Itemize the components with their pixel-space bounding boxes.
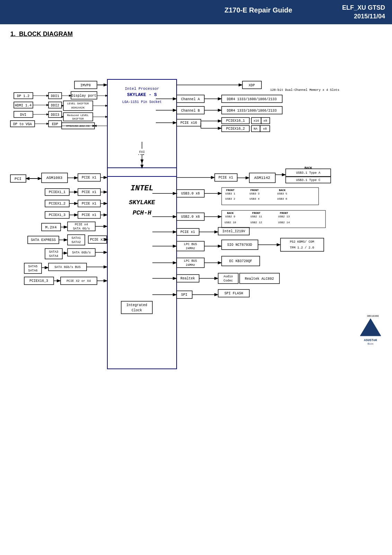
channel-b-label: Channel B <box>181 109 200 113</box>
svg-rect-52 <box>107 168 177 369</box>
xdp-label: XDP <box>249 84 255 87</box>
header-line1: ELF_XU GTSD <box>342 3 385 12</box>
x8-1-label: x8 <box>264 119 267 123</box>
pcie-x1-asm-label: PCIE x1 <box>82 176 96 180</box>
svg-rect-105 <box>222 188 319 205</box>
sata2-label: SATA2 <box>71 241 81 244</box>
pch-h-label: PCH-H <box>133 209 151 216</box>
na-label: NA <box>254 127 258 131</box>
integrated-clock-label2: Clock <box>132 309 142 312</box>
dpvga-label: DP to VGA <box>13 122 32 126</box>
lpc-24mhz-1: 24MHz <box>186 247 195 250</box>
dp12-label: DP 1.2 <box>17 94 29 98</box>
usb210-conn: USB2 10 <box>224 221 236 224</box>
ddr4-slots-label: 128-bit Dual-Channel Memory x 4 Slots <box>270 88 339 92</box>
pcie-x2-label: PCIE x2 <box>90 238 105 242</box>
back-usb29-label: BACK <box>227 211 233 215</box>
usb34-conn: USB3 4 <box>250 197 260 200</box>
shifter-label: SHIFTER <box>72 117 84 120</box>
usb35-conn: USB3 5 <box>277 192 287 195</box>
asus-logo: ASUSTeK <box>364 339 377 342</box>
processor-label: Intel Processor <box>125 87 159 91</box>
sata-6gbs-label: SATA 6Gb/s <box>72 251 91 254</box>
m2x4-label: M.2X4 <box>45 225 56 229</box>
usb20-x6-label: USB2.0 x6 <box>181 215 200 219</box>
svg-marker-134 <box>360 319 381 336</box>
spi-label: SPI <box>181 293 187 297</box>
lpc-bus-2-label: LPC BUS <box>184 259 197 263</box>
realtek-alc-label: Realtek ALC892 <box>245 277 274 281</box>
skylake-label: SKYLAKE - S <box>127 92 157 97</box>
spi-flash-label: SPI FLASH <box>224 292 243 295</box>
pcie-x4-label: PCIE x4 <box>75 223 88 226</box>
page: Z170-E Repair Guide ELF_XU GTSD 2015/11/… <box>0 0 392 555</box>
pciex1-3-label: PCIEX1_3 <box>49 213 65 217</box>
block-diagram: Intel Processor SKYLAKE - S LGA-1151 Pin… <box>7 45 384 513</box>
codec-label: Codec <box>223 279 233 283</box>
channel-a-label: Channel A <box>181 97 200 101</box>
usb32-conn: USB3 2 <box>225 197 235 200</box>
usb33-conn: USB3 3 <box>250 192 260 195</box>
pciex16-3-label: PCIEX16_3 <box>29 279 48 283</box>
usb31-conn: USB3 1 <box>225 192 235 195</box>
pcie-x2-x4-label: PCIE X2 or X4 <box>66 279 91 283</box>
socket-label: LGA-1151 Pin Socket <box>122 100 162 104</box>
ddi2-label: DDI2 <box>51 104 59 107</box>
header-right: ELF_XU GTSD 2015/11/04 <box>342 3 385 21</box>
lpc-bus-1-label: LPC BUS <box>184 243 197 246</box>
skylake-pch-label: SKYLAKE <box>129 199 155 206</box>
ddi3-label: DDI3 <box>51 113 59 117</box>
header-title: Z170-E Repair Guide <box>175 3 342 14</box>
reduced-level-label: Reduced LEVEL <box>67 114 89 117</box>
x16-label: x16 <box>253 119 259 123</box>
header-line2: 2015/11/04 <box>342 12 385 21</box>
front-usb33-label: FRONT <box>250 189 259 192</box>
ec-label: EC KB3720QF <box>229 259 252 263</box>
front-usb31-label: FRONT <box>226 189 234 192</box>
display-port-label: Display port <box>71 94 96 98</box>
usb212-conn: USB2 12 <box>250 221 262 224</box>
ps2-label: PS2 KBMS/ COM <box>290 240 314 244</box>
usb214-conn: USB2 14 <box>278 221 290 224</box>
ash1442k-label: ASH1442K <box>71 106 85 109</box>
level-shifter-label: LEVEL SHIFTER <box>67 102 89 105</box>
integrated-clock-label: Integrated <box>126 303 147 307</box>
intel-label: INTEL <box>131 184 153 193</box>
usb30-x6-label: USB3.0 x6 <box>181 192 200 196</box>
pciex16-2-label: PCIEX16_2 <box>226 127 245 131</box>
fxi-box: FXI <box>139 150 145 154</box>
header: Z170-E Repair Guide ELF_XU GTSD 2015/11/… <box>0 0 392 24</box>
ddr4a-label: DDR4 1333/1600/1866/2133 <box>227 97 277 101</box>
x8-2-label: x8 <box>263 127 267 131</box>
hdmi14-label: HDMI 1.4 <box>15 104 32 107</box>
section-title: 1. BLOCK DIAGRAM <box>0 24 392 41</box>
usb31-type-c-label: USB3.1 Type C <box>296 179 321 182</box>
lpc-24mhz-2: 24MHz <box>186 263 195 267</box>
pcie-x1-2-label: PCIE x1 <box>82 202 96 206</box>
imvp8-label: IMVP8 <box>80 84 91 87</box>
ddr4b-label: DDR4 1333/1600/1866/2133 <box>227 109 277 113</box>
usb213-conn: USB2 13 <box>278 215 290 218</box>
front-usb211-label: FRONT <box>252 211 260 215</box>
asm1142-label: ASM1142 <box>254 176 270 180</box>
sata-express-label: SATA EXPRESS <box>31 238 56 242</box>
pcie-x1-asm1142-label: PCIE x1 <box>219 176 233 180</box>
back-usb31-label: BACK <box>304 166 312 170</box>
audio-codec-label: Audio <box>223 275 233 278</box>
edp-label: EDP <box>52 122 58 126</box>
sata-bus-label: SATA 6Gb/s BUS <box>54 266 81 269</box>
back-usb35-label: BACK <box>279 189 285 192</box>
pciex1-2-label: PCIEX1_2 <box>49 202 65 206</box>
pcie-x1-intel-label: PCIE x1 <box>180 230 195 234</box>
usb211-conn: USB2 11 <box>250 215 262 218</box>
usb36-conn: USB3 6 <box>277 197 287 200</box>
usb29-conn: USB2 9 <box>225 215 235 218</box>
pcie-x1-3-label: PCIE x1 <box>82 213 96 217</box>
pciex1-1-label: PCIEX1_1 <box>49 190 65 194</box>
sata-6g-label: SATA 6G/s <box>73 227 90 231</box>
dvi-label: DVI <box>20 113 26 117</box>
tpm-label: TPM 1.2 / 2.0 <box>290 246 314 250</box>
front-usb213-label: FRONT <box>280 211 288 215</box>
usb31-type-a-label: USB3.1 Type A <box>296 171 321 175</box>
asm1083-label: ASM1083 <box>46 176 62 180</box>
